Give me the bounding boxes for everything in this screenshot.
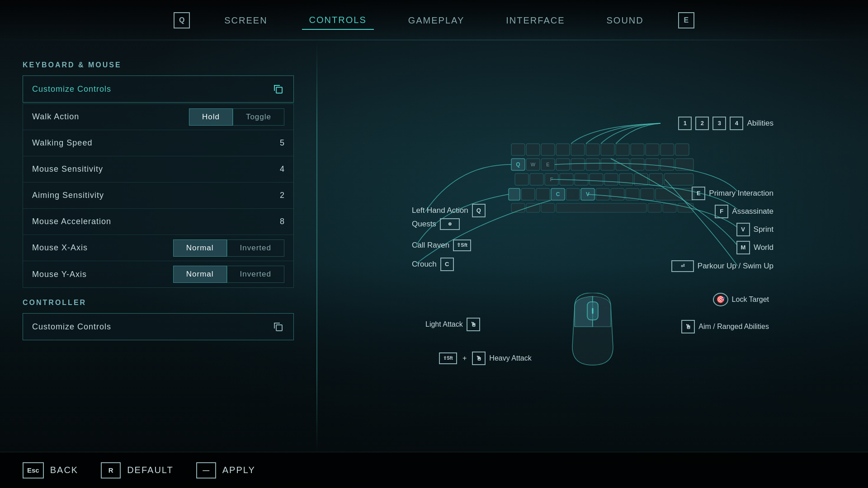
svg-rect-21 (571, 159, 585, 170)
walk-toggle-btn[interactable]: Toggle (233, 108, 284, 126)
settings-list-km: Walk Action Hold Toggle Walking Speed 5 … (23, 103, 294, 288)
primary-label: E Primary Interaction (692, 187, 774, 200)
light-attack-label: Light Attack 🖱 (425, 318, 480, 331)
svg-rect-51 (641, 188, 654, 200)
svg-rect-4 (541, 144, 555, 155)
svg-rect-49 (611, 188, 624, 200)
back-key: Esc (23, 462, 44, 479)
svg-rect-10 (631, 144, 644, 155)
nav-gameplay[interactable]: Gameplay (401, 12, 472, 29)
setting-mouse-x-axis[interactable]: Mouse X-Axis Normal Inverted (23, 235, 293, 261)
svg-rect-8 (601, 144, 614, 155)
mouse-x-inverted-btn[interactable]: Inverted (227, 239, 284, 257)
left-hand-label: Left Hand Action Q (412, 204, 486, 217)
world-label: M World (736, 241, 774, 254)
setting-walking-speed[interactable]: Walking Speed 5 (23, 130, 293, 156)
aiming-sensitivity-label: Aiming Sensitivity (32, 191, 280, 200)
svg-rect-7 (586, 144, 599, 155)
customize-label-ctrl: Customize Controls (32, 322, 272, 332)
crouch-text: Crouch (412, 260, 437, 269)
heavy-attack-icon: 🖱 (472, 352, 486, 365)
light-attack-icon: 🖱 (467, 318, 480, 331)
nav-screen[interactable]: Screen (217, 12, 274, 29)
svg-rect-55 (526, 203, 540, 212)
lock-target-label: 🎯 Lock Target (713, 293, 769, 306)
mouse-y-label: Mouse Y-Axis (32, 270, 173, 279)
mouse-sensitivity-label: Mouse Sensitivity (32, 164, 280, 174)
svg-rect-34 (575, 174, 588, 185)
copy-icon-ctrl (272, 320, 284, 333)
svg-rect-36 (604, 174, 618, 185)
nav-key-q: Q (174, 12, 190, 28)
primary-badge: E (692, 187, 705, 200)
parkour-badge: ⏎ (671, 260, 694, 272)
quests-label: Quests ⊕ (412, 218, 460, 230)
sprint-badge: ⇧Sft (453, 239, 471, 251)
svg-rect-60 (678, 203, 693, 212)
mouse-y-toggle: Normal Inverted (173, 266, 284, 283)
section-keyboard-mouse: KEYBOARD & MOUSE (23, 61, 294, 69)
svg-rect-30 (530, 174, 543, 185)
walking-speed-label: Walking Speed (32, 138, 280, 148)
setting-aiming-sensitivity[interactable]: Aiming Sensitivity 2 (23, 183, 293, 209)
call-raven-text: Sprint (754, 225, 774, 234)
mouse-sensitivity-value: 4 (280, 164, 284, 174)
heavy-attack-text: Heavy Attack (489, 354, 531, 362)
aim-ranged-label: 🖱 Aim / Ranged Abilities (681, 320, 769, 333)
crouch-label: Crouch C (412, 258, 454, 271)
svg-rect-56 (541, 203, 555, 212)
sprint-label: Call Raven ⇧Sft (412, 239, 471, 251)
main-content: KEYBOARD & MOUSE Customize Controls Walk… (0, 43, 868, 452)
mouse-acceleration-value: 8 (280, 217, 284, 226)
mouse-y-normal-btn[interactable]: Normal (173, 266, 227, 283)
left-hand-badge: Q (472, 204, 486, 217)
svg-text:C: C (556, 191, 560, 197)
setting-mouse-acceleration[interactable]: Mouse Acceleration 8 (23, 209, 293, 235)
section-controller: CONTROLLER (23, 299, 294, 307)
svg-text:W: W (531, 162, 536, 167)
setting-walk-action[interactable]: Walk Action Hold Toggle (23, 104, 293, 130)
shift-badge: ⇧Sft (439, 352, 457, 364)
back-button[interactable]: Esc Back (23, 462, 78, 479)
svg-rect-5 (556, 144, 570, 155)
nav-interface[interactable]: Interface (499, 12, 572, 29)
apply-key: — (196, 462, 216, 479)
customize-label-km: Customize Controls (32, 84, 272, 94)
customize-controls-ctrl[interactable]: Customize Controls (23, 313, 294, 340)
svg-rect-6 (571, 144, 585, 155)
world-badge: M (736, 241, 750, 254)
svg-rect-2 (511, 144, 525, 155)
svg-text:E: E (546, 162, 549, 167)
primary-text: Primary Interaction (709, 189, 774, 198)
abilities-text: Abilities (747, 119, 774, 128)
default-button[interactable]: R Default (101, 462, 174, 479)
light-attack-text: Light Attack (425, 320, 463, 328)
parkour-label: ⏎ Parkour Up / Swim Up (671, 260, 774, 272)
aim-ranged-text: Aim / Ranged Abilities (698, 323, 769, 331)
svg-rect-22 (586, 159, 599, 170)
quests-text: Quests (412, 220, 436, 229)
walk-hold-btn[interactable]: Hold (189, 108, 233, 126)
nav-controls[interactable]: Controls (302, 11, 374, 30)
svg-rect-45 (566, 188, 580, 200)
customize-controls-km[interactable]: Customize Controls (23, 75, 294, 103)
setting-mouse-y-axis[interactable]: Mouse Y-Axis Normal Inverted (23, 261, 293, 287)
default-label: Default (127, 465, 174, 475)
heavy-attack-label: ⇧Sft + 🖱 Heavy Attack (439, 352, 532, 365)
svg-rect-41 (521, 188, 535, 200)
setting-mouse-sensitivity[interactable]: Mouse Sensitivity 4 (23, 156, 293, 183)
quests-badge: ⊕ (440, 218, 460, 230)
svg-rect-12 (660, 144, 674, 155)
top-nav: Q Screen Controls Gameplay Interface Sou… (0, 0, 868, 41)
mouse-x-normal-btn[interactable]: Normal (173, 239, 227, 257)
ability-4-badge: 4 (730, 117, 743, 130)
svg-rect-35 (590, 174, 603, 185)
mouse-y-inverted-btn[interactable]: Inverted (227, 266, 284, 283)
crouch-badge: C (440, 258, 454, 271)
ability-1-badge: 1 (678, 117, 692, 130)
apply-button[interactable]: — Apply (196, 462, 255, 479)
svg-rect-1 (276, 325, 282, 331)
nav-sound[interactable]: Sound (599, 12, 651, 29)
svg-rect-29 (515, 174, 528, 185)
svg-rect-9 (616, 144, 629, 155)
